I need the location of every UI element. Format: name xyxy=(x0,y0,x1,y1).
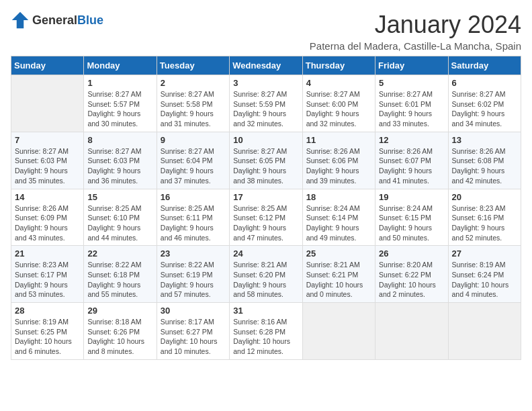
calendar-cell xyxy=(11,75,84,132)
day-detail: Sunrise: 8:27 AMSunset: 5:58 PMDaylight:… xyxy=(161,89,226,129)
calendar-header-monday: Monday xyxy=(84,56,157,75)
title-block: January 2024 Paterna del Madera, Castill… xyxy=(310,11,521,52)
calendar-cell: 29Sunrise: 8:18 AMSunset: 6:26 PMDayligh… xyxy=(84,303,157,360)
logo: GeneralBlue xyxy=(11,11,103,30)
day-number: 27 xyxy=(452,248,517,259)
calendar-cell: 7Sunrise: 8:27 AMSunset: 6:03 PMDaylight… xyxy=(11,132,84,189)
day-number: 30 xyxy=(161,306,226,316)
day-number: 29 xyxy=(87,306,152,316)
day-detail: Sunrise: 8:24 AMSunset: 6:15 PMDaylight:… xyxy=(379,203,444,243)
day-detail: Sunrise: 8:27 AMSunset: 5:57 PMDaylight:… xyxy=(87,89,152,129)
calendar-cell: 27Sunrise: 8:19 AMSunset: 6:24 PMDayligh… xyxy=(448,246,521,303)
day-detail: Sunrise: 8:27 AMSunset: 6:03 PMDaylight:… xyxy=(87,146,152,186)
day-number: 3 xyxy=(233,78,298,88)
calendar-cell: 19Sunrise: 8:24 AMSunset: 6:15 PMDayligh… xyxy=(375,189,448,246)
day-detail: Sunrise: 8:27 AMSunset: 6:00 PMDaylight:… xyxy=(306,89,371,129)
calendar-cell: 24Sunrise: 8:21 AMSunset: 6:20 PMDayligh… xyxy=(230,246,302,303)
calendar-cell: 31Sunrise: 8:16 AMSunset: 6:28 PMDayligh… xyxy=(230,303,302,360)
day-detail: Sunrise: 8:27 AMSunset: 6:02 PMDaylight:… xyxy=(452,89,517,129)
day-detail: Sunrise: 8:19 AMSunset: 6:25 PMDaylight:… xyxy=(15,317,80,357)
calendar-week-row: 28Sunrise: 8:19 AMSunset: 6:25 PMDayligh… xyxy=(11,303,521,360)
month-title: January 2024 xyxy=(310,11,521,39)
day-number: 5 xyxy=(379,78,444,88)
day-number: 10 xyxy=(233,135,298,145)
calendar-week-row: 14Sunrise: 8:26 AMSunset: 6:09 PMDayligh… xyxy=(11,189,521,246)
calendar-cell: 20Sunrise: 8:23 AMSunset: 6:16 PMDayligh… xyxy=(448,189,521,246)
day-number: 26 xyxy=(379,248,444,259)
day-number: 11 xyxy=(306,135,371,145)
day-number: 12 xyxy=(379,135,444,145)
calendar-cell: 5Sunrise: 8:27 AMSunset: 6:01 PMDaylight… xyxy=(375,75,448,132)
calendar-header-sunday: Sunday xyxy=(11,56,84,75)
day-number: 1 xyxy=(87,78,152,88)
calendar-cell xyxy=(448,303,521,360)
calendar-header-wednesday: Wednesday xyxy=(230,56,302,75)
day-detail: Sunrise: 8:23 AMSunset: 6:16 PMDaylight:… xyxy=(452,203,517,243)
calendar-cell: 13Sunrise: 8:26 AMSunset: 6:08 PMDayligh… xyxy=(448,132,521,189)
day-detail: Sunrise: 8:21 AMSunset: 6:20 PMDaylight:… xyxy=(233,260,298,300)
day-number: 20 xyxy=(452,192,517,202)
calendar-cell: 8Sunrise: 8:27 AMSunset: 6:03 PMDaylight… xyxy=(84,132,157,189)
calendar-cell: 17Sunrise: 8:25 AMSunset: 6:12 PMDayligh… xyxy=(230,189,302,246)
calendar-week-row: 7Sunrise: 8:27 AMSunset: 6:03 PMDaylight… xyxy=(11,132,521,189)
day-number: 18 xyxy=(306,192,371,202)
calendar-header-friday: Friday xyxy=(375,56,448,75)
day-number: 2 xyxy=(161,78,226,88)
calendar-cell: 30Sunrise: 8:17 AMSunset: 6:27 PMDayligh… xyxy=(157,303,229,360)
day-number: 19 xyxy=(379,192,444,202)
day-detail: Sunrise: 8:25 AMSunset: 6:12 PMDaylight:… xyxy=(233,203,298,243)
calendar-table: SundayMondayTuesdayWednesdayThursdayFrid… xyxy=(11,56,521,360)
day-number: 25 xyxy=(306,248,371,259)
day-detail: Sunrise: 8:16 AMSunset: 6:28 PMDaylight:… xyxy=(233,317,298,357)
day-number: 4 xyxy=(306,78,371,88)
calendar-cell: 28Sunrise: 8:19 AMSunset: 6:25 PMDayligh… xyxy=(11,303,84,360)
calendar-cell: 9Sunrise: 8:27 AMSunset: 6:04 PMDaylight… xyxy=(157,132,229,189)
calendar-cell: 6Sunrise: 8:27 AMSunset: 6:02 PMDaylight… xyxy=(448,75,521,132)
day-detail: Sunrise: 8:26 AMSunset: 6:07 PMDaylight:… xyxy=(379,146,444,186)
calendar-cell: 18Sunrise: 8:24 AMSunset: 6:14 PMDayligh… xyxy=(302,189,375,246)
calendar-cell: 11Sunrise: 8:26 AMSunset: 6:06 PMDayligh… xyxy=(302,132,375,189)
logo-text-general: General xyxy=(32,13,77,27)
day-number: 23 xyxy=(161,248,226,259)
page-header: GeneralBlue January 2024 Paterna del Mad… xyxy=(11,11,521,52)
day-detail: Sunrise: 8:27 AMSunset: 6:03 PMDaylight:… xyxy=(15,146,80,186)
day-detail: Sunrise: 8:26 AMSunset: 6:08 PMDaylight:… xyxy=(452,146,517,186)
day-detail: Sunrise: 8:20 AMSunset: 6:22 PMDaylight:… xyxy=(379,260,444,300)
day-detail: Sunrise: 8:27 AMSunset: 6:05 PMDaylight:… xyxy=(233,146,298,186)
day-detail: Sunrise: 8:21 AMSunset: 6:21 PMDaylight:… xyxy=(306,260,371,300)
calendar-cell xyxy=(302,303,375,360)
day-number: 7 xyxy=(15,135,80,145)
day-number: 16 xyxy=(161,192,226,202)
day-number: 22 xyxy=(87,248,152,259)
day-number: 9 xyxy=(161,135,226,145)
calendar-week-row: 1Sunrise: 8:27 AMSunset: 5:57 PMDaylight… xyxy=(11,75,521,132)
calendar-cell: 4Sunrise: 8:27 AMSunset: 6:00 PMDaylight… xyxy=(302,75,375,132)
calendar-cell xyxy=(375,303,448,360)
day-detail: Sunrise: 8:26 AMSunset: 6:09 PMDaylight:… xyxy=(15,203,80,243)
day-number: 21 xyxy=(15,248,80,259)
calendar-cell: 25Sunrise: 8:21 AMSunset: 6:21 PMDayligh… xyxy=(302,246,375,303)
day-number: 8 xyxy=(87,135,152,145)
day-detail: Sunrise: 8:26 AMSunset: 6:06 PMDaylight:… xyxy=(306,146,371,186)
calendar-cell: 22Sunrise: 8:22 AMSunset: 6:18 PMDayligh… xyxy=(84,246,157,303)
calendar-header-saturday: Saturday xyxy=(448,56,521,75)
day-detail: Sunrise: 8:22 AMSunset: 6:18 PMDaylight:… xyxy=(87,260,152,300)
day-number: 6 xyxy=(452,78,517,88)
calendar-header-row: SundayMondayTuesdayWednesdayThursdayFrid… xyxy=(11,56,521,75)
day-detail: Sunrise: 8:18 AMSunset: 6:26 PMDaylight:… xyxy=(87,317,152,357)
day-detail: Sunrise: 8:27 AMSunset: 5:59 PMDaylight:… xyxy=(233,89,298,129)
calendar-cell: 15Sunrise: 8:25 AMSunset: 6:10 PMDayligh… xyxy=(84,189,157,246)
day-detail: Sunrise: 8:22 AMSunset: 6:19 PMDaylight:… xyxy=(161,260,226,300)
day-number: 13 xyxy=(452,135,517,145)
day-detail: Sunrise: 8:23 AMSunset: 6:17 PMDaylight:… xyxy=(15,260,80,300)
calendar-cell: 21Sunrise: 8:23 AMSunset: 6:17 PMDayligh… xyxy=(11,246,84,303)
day-detail: Sunrise: 8:27 AMSunset: 6:04 PMDaylight:… xyxy=(161,146,226,186)
calendar-header-tuesday: Tuesday xyxy=(157,56,229,75)
day-number: 28 xyxy=(15,306,80,316)
day-detail: Sunrise: 8:27 AMSunset: 6:01 PMDaylight:… xyxy=(379,89,444,129)
day-detail: Sunrise: 8:25 AMSunset: 6:11 PMDaylight:… xyxy=(161,203,226,243)
calendar-header-thursday: Thursday xyxy=(302,56,375,75)
day-number: 24 xyxy=(233,248,298,259)
day-number: 17 xyxy=(233,192,298,202)
calendar-cell: 23Sunrise: 8:22 AMSunset: 6:19 PMDayligh… xyxy=(157,246,229,303)
